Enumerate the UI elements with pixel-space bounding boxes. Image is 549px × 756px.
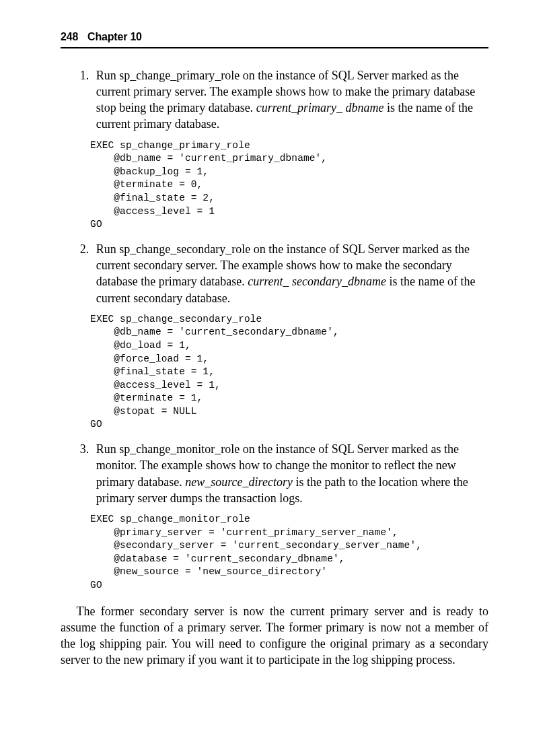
numbered-steps: Run sp_change_primary_role on the instan… — [61, 67, 488, 592]
step-2-code: EXEC sp_change_secondary_role @db_name =… — [90, 313, 488, 432]
step-1-text: Run sp_change_primary_role on the instan… — [96, 69, 475, 131]
step-1-text-italic: current_primary_ dbname — [256, 101, 384, 114]
step-2: Run sp_change_secondary_role on the inst… — [92, 241, 488, 432]
step-1: Run sp_change_primary_role on the instan… — [92, 67, 488, 232]
step-3-text: Run sp_change_monitor_role on the instan… — [96, 442, 468, 505]
step-3: Run sp_change_monitor_role on the instan… — [92, 441, 488, 592]
page: 248 Chapter 10 Run sp_change_primary_rol… — [0, 0, 549, 721]
chapter-label: Chapter 10 — [87, 30, 142, 44]
closing-paragraph: The former secondary server is now the c… — [61, 603, 488, 668]
step-1-code: EXEC sp_change_primary_role @db_name = '… — [90, 139, 488, 232]
step-3-text-italic: new_source_directory — [185, 475, 293, 489]
page-number: 248 — [61, 30, 78, 44]
step-2-text: Run sp_change_secondary_role on the inst… — [96, 242, 476, 305]
step-2-text-italic: current_ secondary_dbname — [248, 275, 386, 288]
running-head: 248 Chapter 10 — [61, 30, 488, 48]
step-3-code: EXEC sp_change_monitor_role @primary_ser… — [90, 513, 488, 592]
